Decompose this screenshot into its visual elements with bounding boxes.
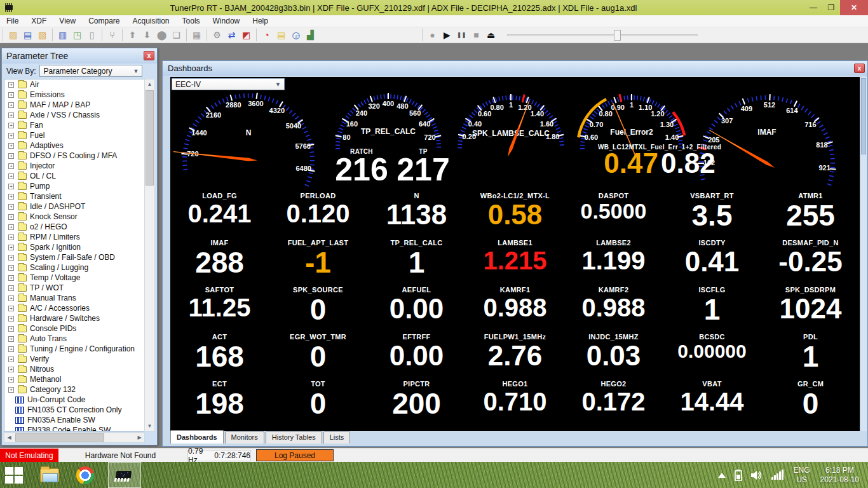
tree-folder-item[interactable]: +Manual Trans: [4, 293, 145, 303]
tab-dashboards[interactable]: Dashboards: [170, 430, 224, 444]
statistics-chart-icon[interactable]: ▟: [303, 28, 318, 42]
start-button[interactable]: [0, 462, 28, 488]
parameter-tree-list[interactable]: +Air+Emissions+MAF / MAP / BAP+Axle / VS…: [4, 79, 145, 431]
pause-icon[interactable]: ❚❚: [454, 28, 469, 42]
slider-thumb[interactable]: [614, 30, 621, 41]
expand-plus-icon[interactable]: +: [8, 133, 14, 139]
tree-folder-item[interactable]: +Temp / Voltage: [4, 273, 145, 283]
expand-plus-icon[interactable]: +: [8, 326, 14, 332]
record-icon[interactable]: ●: [425, 28, 440, 42]
dashboard-gauge-icon[interactable]: ◔: [259, 28, 274, 42]
expand-plus-icon[interactable]: +: [8, 346, 14, 352]
save-icon[interactable]: ▤: [20, 28, 35, 42]
parameter-tree-title[interactable]: Parameter Tree: [2, 48, 157, 64]
tree-folder-item[interactable]: +Hardware / Switches: [4, 313, 145, 323]
network-signal-icon[interactable]: [771, 471, 784, 480]
scroll-thumb[interactable]: [861, 78, 866, 154]
menu-view[interactable]: View: [53, 15, 82, 27]
parameter-tree-close-icon[interactable]: x: [144, 51, 154, 60]
clock[interactable]: 6:18 PM 2021-08-10: [820, 466, 859, 485]
tree-parameter-item[interactable]: FN1035 CT Correction Only: [4, 405, 145, 415]
acquisition-globe-icon[interactable]: ◶: [288, 28, 303, 42]
tree-vertical-scrollbar[interactable]: ▲ ▼: [144, 79, 155, 431]
tree-folder-item[interactable]: +Tuning / Engine / Configuration: [4, 344, 145, 354]
tree-folder-item[interactable]: +System / Fail-Safe / OBD: [4, 252, 145, 262]
tree-folder-item[interactable]: +Fuel: [4, 130, 145, 140]
menu-tools[interactable]: Tools: [176, 15, 207, 27]
chrome-button[interactable]: [71, 462, 99, 488]
duplicate-pages-icon[interactable]: ❏: [169, 28, 184, 42]
tab-lists[interactable]: Lists: [323, 431, 351, 444]
expand-plus-icon[interactable]: +: [8, 316, 14, 322]
expand-plus-icon[interactable]: +: [8, 143, 14, 149]
expand-plus-icon[interactable]: +: [8, 224, 14, 230]
tree-folder-item[interactable]: +Fan: [4, 120, 145, 130]
tree-folder-item[interactable]: +Spark / Ignition: [4, 242, 145, 252]
tree-folder-item[interactable]: +Axle / VSS / Chassis: [4, 110, 145, 120]
scroll-up-icon[interactable]: ▲: [145, 79, 154, 89]
expand-plus-icon[interactable]: +: [8, 112, 14, 118]
tree-folder-item[interactable]: +Pump: [4, 181, 145, 191]
expand-plus-icon[interactable]: +: [8, 204, 14, 210]
xdf-checksum-icon[interactable]: ◳: [70, 28, 85, 42]
compare-circle-icon[interactable]: ⬤: [154, 28, 169, 42]
file-explorer-button[interactable]: [36, 462, 64, 488]
expand-plus-icon[interactable]: +: [8, 275, 14, 281]
tree-folder-item[interactable]: +Emissions: [4, 90, 145, 100]
tree-folder-item[interactable]: +Adaptives: [4, 140, 145, 151]
minimize-button[interactable]: —: [804, 0, 822, 15]
export-folder-icon[interactable]: ▧: [35, 28, 50, 42]
log-status-badge[interactable]: Log Paused: [256, 449, 334, 461]
tree-parameter-item[interactable]: FN338 Code Enable SW: [4, 425, 145, 431]
menu-window[interactable]: Window: [207, 15, 247, 27]
maximize-button[interactable]: ❐: [822, 0, 840, 15]
eject-icon[interactable]: ⏏: [484, 28, 498, 42]
tree-folder-item[interactable]: +Knock Sensor: [4, 212, 145, 222]
tree-folder-item[interactable]: +MAF / MAP / BAP: [4, 100, 145, 110]
expand-plus-icon[interactable]: +: [8, 194, 14, 200]
tree-folder-item[interactable]: +o2 / HEGO: [4, 222, 145, 232]
tree-folder-item[interactable]: +Scaling / Lugging: [4, 262, 145, 273]
menu-xdf[interactable]: XDF: [25, 15, 53, 27]
expand-plus-icon[interactable]: +: [8, 356, 14, 362]
tree-folder-item[interactable]: +Auto Trans: [4, 334, 145, 344]
download-arrow-icon[interactable]: ⬇: [140, 28, 154, 42]
expand-plus-icon[interactable]: +: [8, 265, 14, 271]
playback-slider[interactable]: [507, 29, 698, 41]
expand-plus-icon[interactable]: +: [8, 245, 14, 250]
menu-acquisition[interactable]: Acquisition: [126, 15, 176, 27]
expand-plus-icon[interactable]: +: [8, 173, 14, 179]
tree-folder-item[interactable]: +A/C / Accessories: [4, 303, 145, 313]
dashboards-title[interactable]: Dashboards: [163, 61, 867, 76]
tree-folder-item[interactable]: +Console PIDs: [4, 323, 145, 334]
tree-folder-item[interactable]: +Category 132: [4, 384, 145, 395]
tree-folder-item[interactable]: +Injector: [4, 161, 145, 171]
scroll-down-icon[interactable]: ▼: [145, 421, 154, 431]
menu-help[interactable]: Help: [246, 15, 275, 27]
expand-plus-icon[interactable]: +: [8, 367, 14, 372]
scroll-left-icon[interactable]: ◀: [4, 433, 14, 442]
tree-folder-item[interactable]: +Air: [4, 79, 145, 90]
tree-parameter-item[interactable]: Un-Corrupt Code: [4, 395, 145, 405]
language-indicator[interactable]: ENG US: [794, 466, 810, 485]
dashboard-vertical-scrollbar[interactable]: [860, 77, 867, 431]
tunerpro-taskbar-button[interactable]: [108, 462, 141, 488]
tree-folder-item[interactable]: +Transient: [4, 191, 145, 201]
tree-horizontal-scrollbar[interactable]: ◀ ▶: [4, 432, 145, 443]
scroll-right-icon[interactable]: ▶: [135, 433, 144, 442]
play-icon[interactable]: ▶: [440, 28, 454, 42]
expand-plus-icon[interactable]: +: [8, 92, 14, 98]
expand-plus-icon[interactable]: +: [8, 234, 14, 240]
settings-gears-icon[interactable]: ⚙: [210, 28, 224, 42]
stop-icon[interactable]: ■: [469, 28, 484, 42]
expand-plus-icon[interactable]: +: [8, 214, 14, 220]
close-button[interactable]: ✕: [840, 0, 868, 15]
expand-plus-icon[interactable]: +: [8, 163, 14, 169]
expand-plus-icon[interactable]: +: [8, 102, 14, 108]
expand-plus-icon[interactable]: +: [8, 377, 14, 383]
tab-monitors[interactable]: Monitors: [225, 431, 264, 444]
notes-pad-icon[interactable]: ▤: [274, 28, 288, 42]
scroll-thumb[interactable]: [15, 433, 104, 442]
expand-plus-icon[interactable]: +: [8, 123, 14, 128]
expand-plus-icon[interactable]: +: [8, 336, 14, 342]
